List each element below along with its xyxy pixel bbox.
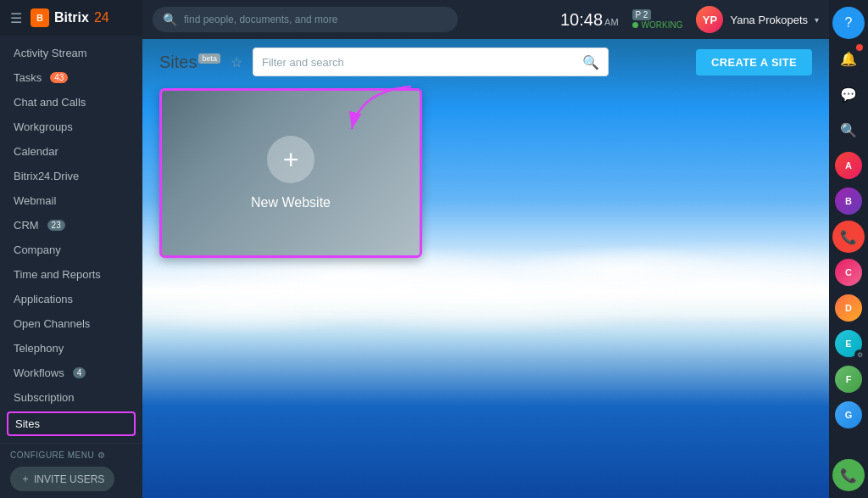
search-right-icon-btn[interactable]: 🔍 (832, 114, 865, 146)
plus-icon: ＋ (20, 472, 31, 486)
left-sidebar: ☰ B Bitrix 24 Activity Stream Tasks 43 C… (0, 0, 142, 498)
sidebar-item-drive[interactable]: Bitrix24.Drive (0, 164, 142, 188)
new-website-label: New Website (251, 195, 331, 210)
sidebar-item-label: Subscription (14, 391, 75, 404)
p2-badge: P 2 (632, 9, 652, 20)
sidebar-item-tasks[interactable]: Tasks 43 (0, 65, 142, 90)
crm-badge: 23 (47, 220, 65, 231)
sidebar-item-label: Sites (15, 417, 40, 430)
beta-badge: beta (198, 53, 220, 64)
sites-title: Sitesbeta (159, 53, 220, 72)
notification-dot (856, 44, 863, 51)
avatar-1: A (835, 152, 862, 179)
notifications-icon-btn[interactable]: 🔔 (832, 42, 865, 75)
bitrix-logo-icon: B (31, 8, 49, 27)
online-icon-btn[interactable]: E ⚙ (832, 327, 865, 360)
sidebar-item-workgroups[interactable]: Workgroups (0, 115, 142, 139)
sites-header-row: Sitesbeta ☆ 🔍 CREATE A SITE (159, 48, 812, 76)
sidebar-header[interactable]: ☰ B Bitrix 24 (0, 0, 142, 36)
add-website-button[interactable]: + (267, 136, 314, 183)
sidebar-item-chat-calls[interactable]: Chat and Calls (0, 90, 142, 115)
clock-display: 10:48 AM (560, 11, 619, 28)
working-status: WORKING (632, 20, 683, 30)
sidebar-item-webmail[interactable]: Webmail (0, 188, 142, 213)
user-avatar-3-btn[interactable]: C (832, 256, 865, 288)
search-icon: 🔍 (163, 13, 177, 26)
sidebar-item-workflows[interactable]: Workflows 4 (0, 361, 142, 385)
sidebar-menu: Activity Stream Tasks 43 Chat and Calls … (0, 36, 142, 443)
user-name: Yana Prokopets (730, 14, 808, 26)
app-name: Bitrix (54, 10, 89, 25)
sidebar-item-label: Telephony (14, 342, 64, 355)
sidebar-item-crm[interactable]: CRM 23 (0, 213, 142, 238)
status-dot (632, 22, 638, 28)
workflows-badge: 4 (73, 367, 86, 378)
user-avatar-6-btn[interactable]: F (832, 363, 865, 395)
topbar-right: 10:48 AM P 2 WORKING YP Yana Prokopets ▾ (560, 6, 819, 33)
sidebar-item-telephony[interactable]: Telephony (0, 336, 142, 361)
avatar-6: F (835, 366, 862, 393)
user-area[interactable]: YP Yana Prokopets ▾ (696, 6, 819, 33)
search-bar[interactable]: 🔍 (153, 7, 458, 32)
content-area: Sitesbeta ☆ 🔍 CREATE A SITE (142, 39, 829, 498)
sidebar-item-label: Calendar (14, 145, 58, 158)
messages-icon-btn[interactable]: 💬 (832, 78, 865, 110)
clock-ampm: AM (604, 17, 619, 27)
status-area: P 2 WORKING (632, 9, 683, 30)
sites-panel: Sitesbeta ☆ 🔍 CREATE A SITE (142, 39, 829, 266)
sidebar-item-label: Open Channels (14, 317, 90, 330)
sidebar-item-applications[interactable]: Applications (0, 287, 142, 311)
invite-users-label: INVITE USERS (34, 473, 104, 485)
sidebar-item-label: Webmail (14, 194, 56, 207)
help-icon-btn[interactable]: ? (832, 7, 865, 39)
user-avatar-2-btn[interactable]: B (832, 185, 865, 217)
configure-menu-label: CONFIGURE MENU (10, 450, 94, 460)
topbar: 🔍 10:48 AM P 2 WORKING YP Yana Prokopets… (142, 0, 829, 39)
sidebar-item-sites[interactable]: Sites (7, 411, 136, 436)
sidebar-item-label: CRM (14, 219, 39, 232)
filter-search-bar[interactable]: 🔍 (253, 48, 609, 76)
sidebar-item-time-reports[interactable]: Time and Reports (0, 262, 142, 287)
user-avatar: YP (696, 6, 723, 33)
star-icon[interactable]: ☆ (231, 54, 242, 70)
filter-input[interactable] (262, 56, 582, 69)
avatar-7: G (835, 401, 862, 428)
avatar-3: C (835, 259, 862, 286)
sidebar-item-label: Chat and Calls (14, 96, 86, 109)
sidebar-item-label: Bitrix24.Drive (14, 170, 79, 182)
settings-overlay-dot: ⚙ (854, 350, 865, 360)
sidebar-item-open-channels[interactable]: Open Channels (0, 311, 142, 336)
app-logo: ☰ B Bitrix 24 (10, 8, 109, 27)
avatar-4: D (835, 294, 862, 322)
user-avatar-7-btn[interactable]: G (832, 399, 865, 431)
app-version: 24 (94, 10, 109, 25)
avatar-2: B (835, 187, 862, 215)
sidebar-item-activity-stream[interactable]: Activity Stream (0, 41, 142, 65)
chevron-down-icon: ▾ (815, 15, 819, 25)
search-icon: 🔍 (582, 54, 599, 70)
create-site-button[interactable]: CREATE A SITE (696, 49, 812, 76)
sidebar-item-label: Applications (14, 293, 73, 305)
hamburger-icon[interactable]: ☰ (10, 10, 22, 26)
sidebar-footer: CONFIGURE MENU ⚙ ＋ INVITE USERS (0, 443, 142, 498)
call-icon-btn[interactable]: 📞 (832, 221, 865, 253)
user-avatar-4-btn[interactable]: D (832, 292, 865, 324)
configure-menu-link[interactable]: CONFIGURE MENU ⚙ (10, 450, 132, 460)
search-input[interactable] (184, 14, 448, 25)
sidebar-item-label: Workflows (14, 367, 64, 379)
sidebar-item-label: Company (14, 243, 61, 256)
arrow-annotation (326, 82, 428, 150)
working-label: WORKING (642, 20, 683, 30)
main-content: 🔍 10:48 AM P 2 WORKING YP Yana Prokopets… (142, 0, 829, 498)
sidebar-item-calendar[interactable]: Calendar (0, 139, 142, 164)
invite-users-button[interactable]: ＋ INVITE USERS (10, 467, 114, 491)
sidebar-item-label: Tasks (14, 71, 42, 84)
tasks-badge: 43 (50, 72, 68, 83)
green-phone-icon-btn[interactable]: 📞 (832, 459, 865, 491)
clock-time: 10:48 (560, 11, 603, 28)
sidebar-item-subscription[interactable]: Subscription (0, 385, 142, 410)
video-icon-btn[interactable]: A (832, 149, 865, 182)
sidebar-item-label: Activity Stream (14, 47, 87, 59)
sidebar-item-company[interactable]: Company (0, 238, 142, 262)
new-website-card[interactable]: + New Website (159, 88, 422, 258)
